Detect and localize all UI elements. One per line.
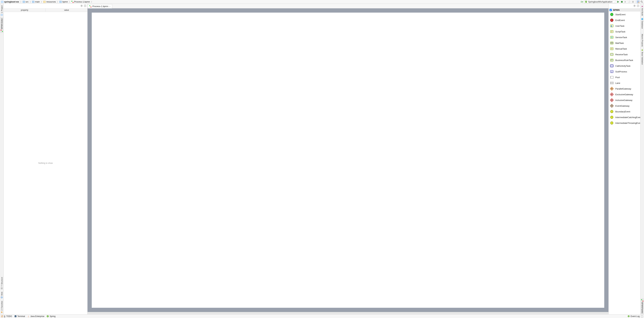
close-icon[interactable]: × xyxy=(109,5,110,8)
svg-rect-4 xyxy=(626,1,627,3)
svg-rect-11 xyxy=(1,14,3,16)
toolwindow-spring[interactable]: Spring xyxy=(46,315,56,317)
intermediatethrowingevent-icon xyxy=(610,121,614,125)
rerun-button[interactable] xyxy=(628,0,631,3)
toolwindow-java-ee[interactable]: Java Enterprise xyxy=(27,315,44,317)
palette-item-scripttask[interactable]: ScriptTask xyxy=(608,29,640,35)
palette-item-servicetask[interactable]: ServiceTask xyxy=(608,35,640,40)
resources-folder-icon xyxy=(43,1,46,3)
palette-item-pool[interactable]: Pool xyxy=(608,74,640,80)
palette-item-label: IntermediateCatchingEvent xyxy=(615,116,640,119)
svg-rect-15 xyxy=(1,288,3,289)
editor-tab-process1[interactable]: Process-1.bpmn × xyxy=(88,4,112,9)
svg-rect-40 xyxy=(610,65,613,67)
toolwindow-bean-label: Bean Validation xyxy=(641,52,643,65)
toolwindow-bpmn-editor-label: BPMN Editor xyxy=(1,18,3,29)
palette-item-businessruletask[interactable]: BusinessRuleTask xyxy=(608,57,640,63)
toolwindow-bean-validation[interactable]: Bean Validation xyxy=(641,48,644,66)
hide-panel-icon[interactable] xyxy=(637,5,639,8)
palette-item-manualtask[interactable]: ManualTask xyxy=(608,46,640,52)
subprocess-icon xyxy=(610,70,614,73)
terminal-icon xyxy=(14,315,16,317)
toolwindow-terminal[interactable]: Terminal xyxy=(14,315,25,317)
gear-icon[interactable] xyxy=(633,5,636,8)
project-icon xyxy=(1,14,3,16)
palette-checkbox[interactable] xyxy=(610,9,612,11)
palette-item-label: EndEvent xyxy=(615,19,625,22)
crumb-resources[interactable]: resources xyxy=(43,1,56,3)
svg-rect-44 xyxy=(610,76,611,78)
svg-rect-6 xyxy=(637,1,638,2)
run-coverage-button[interactable] xyxy=(624,0,627,3)
column-value[interactable]: value xyxy=(46,9,88,12)
palette-item-subprocess[interactable]: SubProcess xyxy=(608,69,640,74)
palette-header[interactable]: BPMN xyxy=(608,9,640,12)
status-todo-label: 6: TODO xyxy=(4,315,12,317)
crumb-resources-label: resources xyxy=(46,1,56,3)
toolwindow-bpmn-editor[interactable]: BPMN Editor xyxy=(0,17,3,33)
folder-icon xyxy=(59,1,62,3)
palette-item-inclusivegateway[interactable]: InclusiveGateway xyxy=(608,97,640,103)
hide-panel-icon[interactable] xyxy=(84,5,86,8)
palette-item-lane[interactable]: Lane xyxy=(608,80,640,86)
empty-placeholder: Nothing to show xyxy=(38,162,53,164)
run-config-selector[interactable]: SpringbootWxApplication ⌄ xyxy=(584,0,616,3)
mailtask-icon xyxy=(610,41,614,45)
toolwindow-todo[interactable]: 6: TODO xyxy=(1,315,12,317)
toolwindow-web[interactable]: Web xyxy=(0,291,3,299)
toolwindow-bpmn-palette[interactable]: BPMNPalette xyxy=(641,298,644,314)
svg-rect-49 xyxy=(610,98,614,102)
palette-item-usertask[interactable]: UserTask xyxy=(608,23,640,29)
crumb-project[interactable]: springboot-wx xyxy=(1,1,20,3)
palette-item-callactivitytask[interactable]: CallActivityTask xyxy=(608,63,640,69)
stop-button[interactable] xyxy=(632,0,634,3)
palette-item-receivetask[interactable]: ReceiveTask xyxy=(608,52,640,57)
palette-item-intermediatethrowingevent[interactable]: IntermediateThrowingEvent xyxy=(608,120,640,126)
event-log-label: Event Log xyxy=(630,315,640,317)
svg-point-25 xyxy=(610,19,613,22)
crumb-main[interactable]: main xyxy=(32,1,40,3)
toolwindow-favorites[interactable]: 2: Favorites xyxy=(0,300,3,314)
palette-item-label: ManualTask xyxy=(615,48,627,50)
status-indicator-icon[interactable] xyxy=(641,315,643,317)
project-structure-button[interactable] xyxy=(636,0,640,3)
crumb-project-label: springboot-wx xyxy=(4,1,19,3)
chevron-right-icon: ⟩ xyxy=(20,1,22,3)
toolwindow-maven[interactable]: m Maven Projects xyxy=(641,30,644,48)
run-button[interactable] xyxy=(617,0,620,3)
palette-item-exclusivegateway[interactable]: ExclusiveGateway xyxy=(608,92,640,97)
folder-icon xyxy=(23,1,25,3)
palette-item-eventgateway[interactable]: EventGateway xyxy=(608,103,640,109)
palette-item-startevent[interactable]: StartEvent xyxy=(608,12,640,17)
svg-point-59 xyxy=(642,6,643,7)
toolwindow-ant-build[interactable]: Ant Build xyxy=(641,4,644,17)
palette-item-label: ServiceTask xyxy=(615,36,627,39)
toolwindow-structure[interactable]: 7: Structure xyxy=(0,276,3,290)
palette-item-label: ReceiveTask xyxy=(615,53,628,56)
debug-button[interactable] xyxy=(620,0,623,3)
event-log-button[interactable]: 1 Event Log xyxy=(628,315,640,317)
sync-icon[interactable] xyxy=(580,0,584,3)
toolwindow-database[interactable]: Database xyxy=(641,17,644,30)
palette-item-boundaryevent[interactable]: BoundaryEvent xyxy=(608,109,640,114)
crumb-src[interactable]: src xyxy=(22,1,29,3)
horizontal-scrollbar[interactable] xyxy=(88,312,608,314)
toolwindow-database-label: Database xyxy=(641,21,643,29)
chevron-right-icon: ⟩ xyxy=(69,1,70,3)
toolwindow-project[interactable]: 1: Project xyxy=(0,4,3,17)
svg-rect-28 xyxy=(611,26,612,27)
bpmn-canvas[interactable] xyxy=(92,13,604,308)
palette-item-intermediatecatchingevent[interactable]: IntermediateCatchingEvent xyxy=(608,114,640,120)
palette-item-mailtask[interactable]: MailTask xyxy=(608,40,640,46)
search-everywhere-button[interactable] xyxy=(640,0,643,3)
palette-item-parallelgateway[interactable]: ParallelGateway xyxy=(608,86,640,92)
canvas-viewport[interactable] xyxy=(88,9,608,312)
palette-item-endevent[interactable]: EndEvent xyxy=(608,17,640,23)
column-property[interactable]: property xyxy=(4,9,46,12)
crumb-file[interactable]: Process-1.bpmn xyxy=(71,1,90,3)
gear-icon[interactable] xyxy=(80,5,83,8)
java-ee-icon xyxy=(27,315,30,317)
svg-point-62 xyxy=(642,19,643,20)
crumb-bpmn-folder[interactable]: bpmn xyxy=(59,1,68,3)
svg-rect-21 xyxy=(90,7,92,8)
